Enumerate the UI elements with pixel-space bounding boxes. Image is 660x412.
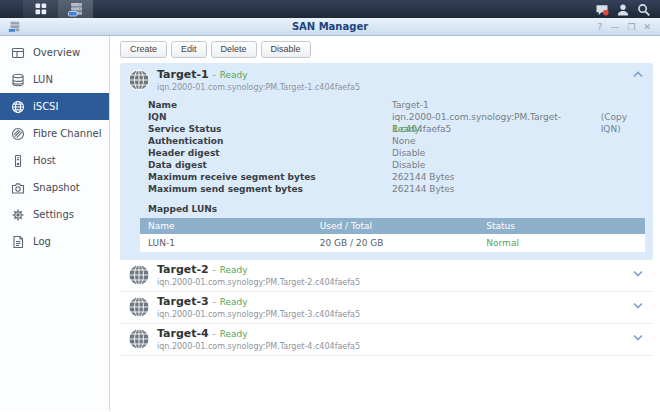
restore-button[interactable]: ❐	[627, 22, 635, 32]
expand-chevron-down-icon[interactable]	[633, 270, 643, 277]
target-title: Target-1 - Ready	[157, 69, 360, 81]
lun-status: Normal	[478, 234, 645, 252]
target-header[interactable]: Target-1 - Ready iqn.2000-01.com.synolog…	[128, 69, 645, 92]
app-launcher-icon	[35, 3, 47, 15]
target-status: Ready	[220, 297, 248, 307]
detail-row-max-send: Maximum send segment bytes 262144 Bytes	[148, 183, 645, 195]
san-manager-taskbar-button[interactable]	[58, 0, 93, 18]
target-globe-icon	[128, 69, 150, 91]
target-globe-icon	[128, 296, 150, 318]
content-area: Create Edit Delete Disable Target-1 -	[110, 36, 660, 411]
detail-row-name: Name Target-1	[148, 99, 645, 111]
target-panel-expanded: Target-1 - Ready iqn.2000-01.com.synolog…	[120, 63, 653, 260]
app-launcher-button[interactable]	[23, 0, 58, 18]
user-menu-button[interactable]	[616, 2, 630, 16]
target-title: Target-2 - Ready	[157, 264, 360, 276]
iscsi-icon	[11, 100, 25, 114]
disable-button[interactable]: Disable	[261, 41, 311, 58]
san-manager-app-icon	[68, 2, 84, 17]
sidebar-item-label: LUN	[33, 74, 53, 85]
sidebar-item-lun[interactable]: LUN	[0, 66, 109, 93]
lun-icon	[11, 73, 25, 87]
search-button[interactable]	[637, 2, 651, 16]
sidebar-item-label: Overview	[33, 47, 80, 58]
help-button[interactable]: ?	[598, 22, 603, 32]
target-row-target-4[interactable]: Target-4 - Ready iqn.2000-01.com.synolog…	[120, 324, 653, 356]
target-title: Target-3 - Ready	[157, 296, 360, 308]
target-title: Target-4 - Ready	[157, 328, 360, 340]
target-iqn-subtitle: iqn.2000-01.com.synology:PM.Target-1.c40…	[157, 83, 360, 92]
target-details: Name Target-1 IQN iqn.2000-01.com.synolo…	[148, 99, 645, 195]
sidebar-item-settings[interactable]: Settings	[0, 201, 109, 228]
close-button[interactable]: ✕	[643, 22, 651, 32]
detail-row-data-digest: Data digest Disable	[148, 159, 645, 171]
lun-used-total: 20 GB / 20 GB	[312, 234, 479, 252]
mapped-luns-title: Mapped LUNs	[148, 204, 645, 214]
lun-table-row[interactable]: LUN-1 20 GB / 20 GB Normal	[140, 234, 645, 252]
user-icon	[616, 3, 630, 17]
sidebar-item-label: Log	[33, 236, 51, 247]
sidebar: Overview LUN iSCSI Fibre Channel Host	[0, 36, 110, 411]
column-header-used-total: Used / Total	[312, 218, 479, 234]
expand-chevron-down-icon[interactable]	[633, 334, 643, 341]
target-row-target-3[interactable]: Target-3 - Ready iqn.2000-01.com.synolog…	[120, 292, 653, 324]
create-button[interactable]: Create	[120, 41, 167, 58]
fibre-channel-icon	[11, 127, 25, 141]
minimize-button[interactable]: —	[610, 22, 619, 32]
sidebar-item-label: Snapshot	[33, 182, 80, 193]
target-status: Ready	[220, 329, 248, 339]
detail-row-header-digest: Header digest Disable	[148, 147, 645, 159]
target-iqn-subtitle: iqn.2000-01.com.synology:PM.Target-4.c40…	[157, 342, 360, 351]
target-row-target-2[interactable]: Target-2 - Ready iqn.2000-01.com.synolog…	[120, 260, 653, 292]
target-status: Ready	[220, 265, 248, 275]
window-titlebar[interactable]: SAN Manager ? — ❐ ✕	[0, 18, 660, 36]
notification-dot	[603, 10, 609, 16]
copy-iqn-link[interactable]: (Copy IQN)	[601, 111, 645, 123]
log-icon	[11, 235, 25, 249]
detail-row-authentication: Authentication None	[148, 135, 645, 147]
san-manager-window-icon	[8, 21, 21, 33]
window-body: Overview LUN iSCSI Fibre Channel Host	[0, 36, 660, 411]
sidebar-item-label: Host	[33, 155, 56, 166]
expand-chevron-down-icon[interactable]	[633, 302, 643, 309]
collapse-chevron-up-icon[interactable]	[633, 71, 643, 78]
target-globe-icon	[128, 328, 150, 350]
column-header-status: Status	[478, 218, 645, 234]
sidebar-item-label: Settings	[33, 209, 74, 220]
sidebar-item-fibre-channel[interactable]: Fibre Channel	[0, 120, 109, 147]
sidebar-item-log[interactable]: Log	[0, 228, 109, 255]
window-controls: ? — ❐ ✕	[598, 22, 660, 32]
target-iqn-subtitle: iqn.2000-01.com.synology:PM.Target-3.c40…	[157, 310, 360, 319]
target-iqn-subtitle: iqn.2000-01.com.synology:PM.Target-2.c40…	[157, 278, 360, 287]
mapped-luns-header-row: Name Used / Total Status	[140, 218, 645, 234]
overview-icon	[11, 46, 25, 60]
target-status: Ready	[220, 70, 248, 80]
delete-button[interactable]: Delete	[211, 41, 257, 58]
settings-icon	[11, 208, 25, 222]
sidebar-item-label: iSCSI	[33, 101, 58, 112]
sidebar-item-iscsi[interactable]: iSCSI	[0, 93, 109, 120]
taskbar-status-icons	[595, 0, 660, 18]
search-icon	[637, 3, 651, 17]
snapshot-icon	[11, 181, 25, 195]
edit-button[interactable]: Edit	[171, 41, 207, 58]
notifications-button[interactable]	[595, 2, 609, 16]
mapped-luns-table: Name Used / Total Status LUN-1 20 GB / 2…	[140, 218, 645, 252]
sidebar-item-host[interactable]: Host	[0, 147, 109, 174]
lun-name: LUN-1	[140, 234, 312, 252]
detail-row-max-receive: Maximum receive segment bytes 262144 Byt…	[148, 171, 645, 183]
action-toolbar: Create Edit Delete Disable	[120, 41, 653, 58]
column-header-name: Name	[140, 218, 312, 234]
sidebar-item-label: Fibre Channel	[33, 128, 101, 139]
desktop-taskbar	[0, 0, 660, 18]
target-globe-icon	[128, 264, 150, 286]
notifications-icon	[595, 3, 609, 17]
sidebar-item-snapshot[interactable]: Snapshot	[0, 174, 109, 201]
sidebar-item-overview[interactable]: Overview	[0, 39, 109, 66]
detail-row-service-status: Service Status Ready	[148, 123, 645, 135]
host-icon	[11, 154, 25, 168]
detail-row-iqn: IQN iqn.2000-01.com.synology:PM.Target-1…	[148, 111, 645, 123]
window-title: SAN Manager	[0, 21, 660, 32]
